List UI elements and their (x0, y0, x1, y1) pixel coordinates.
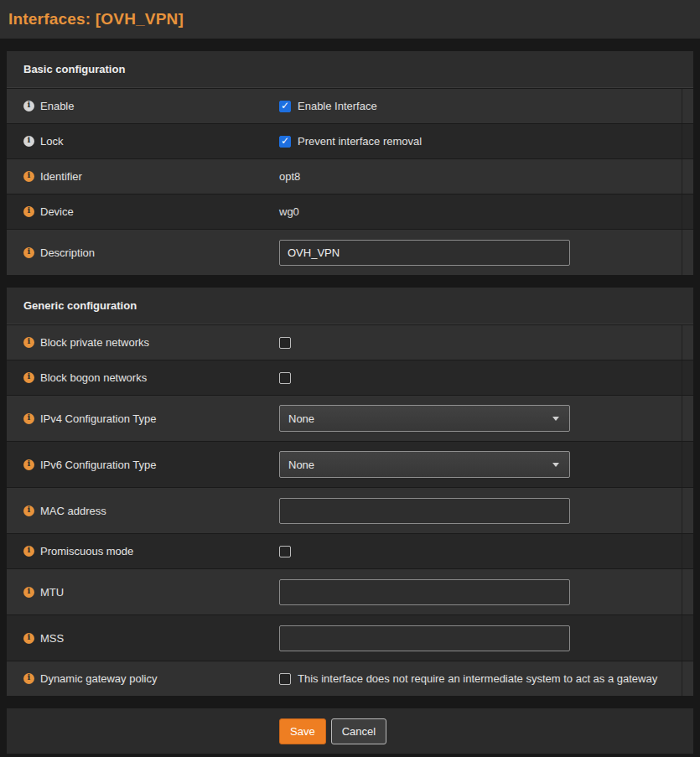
help-column (682, 534, 693, 568)
field-label: Description (40, 246, 95, 259)
help-column (682, 360, 693, 395)
help-column (682, 442, 693, 487)
info-icon[interactable] (23, 506, 34, 516)
info-icon[interactable] (23, 673, 34, 684)
form-row-ipv6-type: IPv6 Configuration Type None (7, 441, 693, 487)
info-icon[interactable] (23, 136, 34, 147)
help-column (682, 661, 693, 696)
form-row-enable: Enable Enable Interface (7, 88, 693, 123)
block-private-checkbox[interactable] (279, 337, 291, 349)
help-column (682, 615, 693, 661)
info-icon[interactable] (23, 546, 34, 557)
field-label: MTU (40, 586, 64, 599)
info-icon[interactable] (23, 247, 34, 258)
form-row-mtu: MTU (7, 568, 693, 614)
help-column (682, 89, 693, 123)
info-icon[interactable] (23, 413, 34, 424)
checkbox-label: Enable Interface (298, 100, 377, 112)
info-icon[interactable] (23, 633, 34, 644)
help-column (682, 159, 693, 194)
identifier-value: opt8 (279, 170, 300, 183)
section-header: Basic configuration (7, 51, 693, 88)
device-value: wg0 (279, 205, 299, 218)
help-column (682, 124, 693, 158)
block-bogon-checkbox[interactable] (279, 372, 291, 384)
lock-checkbox[interactable] (279, 136, 291, 148)
page-header: Interfaces: [OVH_VPN] (0, 0, 700, 39)
mac-address-input[interactable] (279, 498, 570, 524)
mss-input[interactable] (279, 625, 570, 651)
checkbox-label: This interface does not require an inter… (298, 672, 657, 685)
checkbox-label: Prevent interface removal (298, 135, 422, 148)
form-row-mss: MSS (7, 614, 693, 661)
form-row-mac-address: MAC address (7, 487, 693, 533)
basic-configuration-panel: Basic configuration Enable Enable Interf… (7, 51, 693, 275)
generic-configuration-panel: Generic configuration Block private netw… (7, 288, 693, 696)
dynamic-gateway-checkbox[interactable] (279, 673, 291, 685)
help-column (682, 569, 693, 614)
field-label: Dynamic gateway policy (40, 672, 157, 685)
mtu-input[interactable] (279, 579, 570, 605)
form-row-block-private: Block private networks (7, 324, 693, 360)
info-icon[interactable] (23, 372, 34, 383)
field-label: Enable (40, 100, 74, 112)
field-label: Promiscuous mode (40, 545, 133, 557)
info-icon[interactable] (23, 587, 34, 598)
info-icon[interactable] (23, 337, 34, 348)
help-column (682, 325, 693, 360)
select-value: None (288, 459, 314, 471)
field-label: IPv6 Configuration Type (40, 459, 157, 471)
form-row-description: Description (7, 229, 693, 275)
field-label: Lock (40, 135, 63, 148)
page-title: Interfaces: [OVH_VPN] (8, 10, 184, 29)
help-column (682, 230, 693, 275)
form-actions: Save Cancel (7, 708, 693, 754)
field-label: Identifier (40, 170, 82, 183)
form-row-ipv4-type: IPv4 Configuration Type None (7, 395, 693, 441)
form-row-promiscuous: Promiscuous mode (7, 533, 693, 568)
form-row-identifier: Identifier opt8 (7, 158, 693, 194)
save-button[interactable]: Save (279, 718, 326, 744)
field-label: MAC address (40, 505, 106, 517)
field-label: Block private networks (40, 336, 149, 349)
form-row-block-bogon: Block bogon networks (7, 360, 693, 395)
info-icon[interactable] (23, 459, 34, 470)
help-column (682, 194, 693, 229)
cancel-button[interactable]: Cancel (331, 718, 386, 744)
field-label: IPv4 Configuration Type (40, 412, 157, 425)
info-icon[interactable] (23, 171, 34, 182)
field-label: MSS (40, 632, 64, 645)
info-icon[interactable] (23, 206, 34, 217)
field-label: Block bogon networks (40, 371, 147, 384)
help-column (682, 396, 693, 441)
form-row-dynamic-gateway: Dynamic gateway policy This interface do… (7, 661, 693, 696)
help-column (682, 488, 693, 533)
enable-checkbox[interactable] (279, 101, 291, 112)
chevron-down-icon (552, 463, 559, 467)
ipv4-config-select[interactable]: None (279, 405, 570, 432)
info-icon[interactable] (23, 101, 34, 111)
form-row-device: Device wg0 (7, 194, 693, 229)
select-value: None (288, 412, 314, 425)
form-row-lock: Lock Prevent interface removal (7, 123, 693, 158)
field-label: Device (40, 205, 74, 218)
promiscuous-checkbox[interactable] (279, 546, 291, 557)
chevron-down-icon (552, 417, 559, 421)
section-header: Generic configuration (7, 288, 693, 324)
ipv6-config-select[interactable]: None (279, 451, 570, 478)
description-input[interactable] (279, 240, 570, 266)
